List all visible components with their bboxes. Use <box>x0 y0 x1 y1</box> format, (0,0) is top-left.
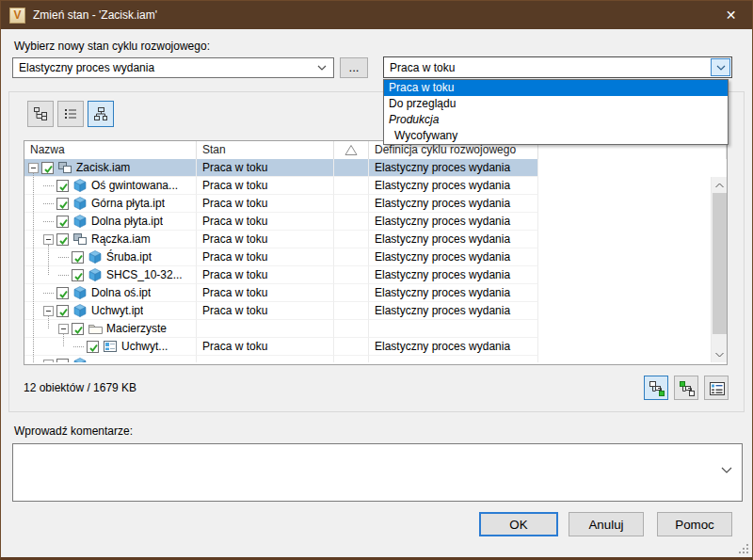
comments-input[interactable] <box>12 443 743 502</box>
tree-connector <box>63 334 64 346</box>
new-state-combo[interactable]: Praca w toku <box>383 56 732 78</box>
lifecycle-definition-combo[interactable]: Elastyczny proces wydania <box>12 57 334 78</box>
combo-drop-button[interactable] <box>711 58 730 76</box>
expander-icon[interactable] <box>43 234 54 245</box>
part-icon <box>88 267 103 282</box>
show-parents-button[interactable] <box>674 376 698 400</box>
checkbox[interactable] <box>72 323 84 335</box>
tree-connector <box>43 185 54 186</box>
vertical-scrollbar[interactable] <box>711 177 727 362</box>
row-state: Praca w toku <box>197 159 334 177</box>
warning-triangle-icon <box>344 144 358 156</box>
dropdown-option[interactable]: Wycofywany <box>384 128 728 144</box>
checkbox[interactable] <box>56 216 69 228</box>
folder-icon <box>88 321 103 336</box>
expander-icon[interactable] <box>43 306 54 316</box>
resize-grip[interactable] <box>738 543 749 554</box>
checkbox[interactable] <box>56 305 69 317</box>
row-name: Macierzyste <box>106 320 167 337</box>
expander-icon[interactable] <box>43 360 54 363</box>
hierarchy-view-icon <box>93 106 108 121</box>
dropdown-option[interactable]: Do przeglądu <box>384 96 728 112</box>
row-lifecycle: Elastyczny proces wydania <box>369 284 538 302</box>
table-row[interactable]: Uchwyt.ipt Praca w toku Elastyczny proce… <box>24 302 727 320</box>
table-row[interactable]: Dolna płyta.ipt Praca w toku Elastyczny … <box>24 213 727 231</box>
row-state: Praca w toku <box>197 302 334 320</box>
row-name: Zacisk.iam <box>76 159 130 176</box>
tree-view-icon <box>33 106 48 121</box>
row-state <box>197 320 334 338</box>
dropdown-option[interactable]: Produkcja <box>384 112 728 128</box>
table-row[interactable]: Śruba.ipt Praca w toku Elastyczny proces… <box>24 248 727 266</box>
row-lifecycle <box>369 356 538 362</box>
tree-view-button[interactable] <box>27 101 54 127</box>
expander-icon[interactable] <box>28 163 39 173</box>
details-view-icon <box>709 380 726 397</box>
row-lifecycle: Elastyczny proces wydania <box>369 302 538 320</box>
tree-connector <box>73 346 84 347</box>
row-name: Rączka.iam <box>91 231 151 248</box>
row-lifecycle: Elastyczny proces wydania <box>369 195 538 213</box>
cancel-button[interactable]: Anuluj <box>569 512 644 536</box>
show-children-button[interactable] <box>644 376 668 400</box>
row-lifecycle: Elastyczny proces wydania <box>369 338 538 356</box>
row-state: Praca w toku <box>197 231 334 248</box>
dropdown-option[interactable]: Praca w toku <box>384 80 728 96</box>
close-icon[interactable]: ✕ <box>710 1 752 29</box>
list-view-icon <box>63 106 78 121</box>
expander-icon[interactable] <box>58 324 69 334</box>
checkbox[interactable] <box>87 341 99 353</box>
table-row[interactable]: Dolna oś.ipt Praca w toku Elastyczny pro… <box>24 284 727 302</box>
help-button[interactable]: Pomoc <box>657 512 732 536</box>
list-view-button[interactable] <box>57 101 84 127</box>
table-row[interactable] <box>24 356 727 362</box>
browse-button[interactable]: ... <box>340 57 368 78</box>
hierarchy-parents-icon <box>679 380 696 397</box>
checkbox[interactable] <box>56 287 69 299</box>
checkbox[interactable] <box>72 251 84 264</box>
scroll-up-icon[interactable] <box>712 177 727 193</box>
part-icon <box>72 303 88 318</box>
checkbox[interactable] <box>56 180 69 192</box>
checkbox[interactable] <box>72 269 84 281</box>
ok-button[interactable]: OK <box>479 512 558 536</box>
table-body: Zacisk.iam Praca w toku Elastyczny proce… <box>24 159 727 362</box>
state-dropdown-list: Praca w toku Do przeglądu Produkcja Wyco… <box>383 79 729 145</box>
scrollbar-thumb[interactable] <box>713 193 727 334</box>
row-state: Praca w toku <box>197 195 334 213</box>
checkbox[interactable] <box>56 359 69 363</box>
table-row[interactable]: Oś gwintowana... Praca w toku Elastyczny… <box>24 177 727 195</box>
assembly-icon <box>72 232 88 247</box>
show-details-button[interactable] <box>704 376 729 400</box>
checkbox[interactable] <box>41 162 54 174</box>
hierarchy-view-button[interactable] <box>88 101 114 127</box>
tree-connector <box>43 293 54 294</box>
comments-label: Wprowadź komentarze: <box>14 424 133 438</box>
object-count-status: 12 obiektów / 1679 KB <box>24 381 136 394</box>
table-row[interactable]: Zacisk.iam Praca w toku Elastyczny proce… <box>24 159 727 177</box>
table-row[interactable]: Macierzyste <box>24 320 727 338</box>
row-name: Górna płyta.ipt <box>91 195 165 212</box>
row-state: Praca w toku <box>197 177 334 195</box>
tree-connector <box>48 316 49 328</box>
row-state: Praca w toku <box>197 266 334 284</box>
row-state: Praca w toku <box>197 248 334 266</box>
row-name: Dolna płyta.ipt <box>91 213 163 230</box>
row-state: Praca w toku <box>197 338 334 356</box>
checkbox[interactable] <box>56 233 69 246</box>
checkbox[interactable] <box>56 198 69 210</box>
tree-connector <box>58 257 69 258</box>
row-lifecycle: Elastyczny proces wydania <box>369 159 538 177</box>
tree-connector <box>43 203 54 204</box>
tree-connector <box>43 221 54 222</box>
tree-connector <box>33 173 34 362</box>
scroll-down-icon[interactable] <box>712 346 727 362</box>
vault-app-icon: V <box>9 8 25 24</box>
part-icon <box>72 178 88 193</box>
table-row[interactable]: SHCS_10-32... Praca w toku Elastyczny pr… <box>24 266 727 284</box>
row-name: Uchwyt... <box>121 338 168 355</box>
table-row[interactable]: Górna płyta.ipt Praca w toku Elastyczny … <box>24 195 727 213</box>
table-row[interactable]: Uchwyt... Praca w toku Elastyczny proces… <box>24 338 727 356</box>
table-row[interactable]: Rączka.iam Praca w toku Elastyczny proce… <box>24 231 727 248</box>
chevron-down-icon <box>317 65 327 71</box>
